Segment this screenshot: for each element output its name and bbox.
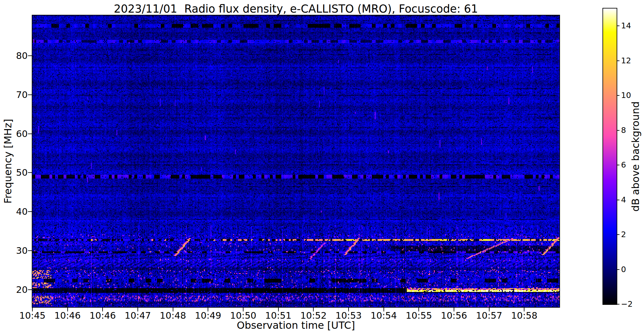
y-tick-mark — [28, 211, 32, 212]
colorbar-tick-mark — [617, 95, 619, 96]
y-axis-label: Frequency [MHz] — [2, 119, 14, 204]
colorbar-tick-label: 14 — [621, 21, 631, 31]
colorbar-tick-label: 12 — [621, 56, 631, 65]
y-tick-mark — [28, 250, 32, 251]
colorbar-tick-label: 10 — [621, 91, 631, 100]
colorbar-tick-mark — [617, 304, 619, 305]
colorbar-tick-mark — [617, 60, 619, 61]
colorbar-tick-mark — [617, 234, 619, 235]
colorbar-tick-label: 2 — [621, 230, 626, 239]
y-tick-mark — [28, 94, 32, 95]
figure: 2023/11/01 Radio flux density, e-CALLIST… — [0, 0, 644, 336]
y-tick-label: 80 — [0, 50, 28, 61]
colorbar-tick-label: −2 — [621, 299, 633, 309]
colorbar-tick-mark — [617, 269, 619, 270]
y-tick-label: 40 — [0, 206, 28, 217]
colorbar-tick-label: 8 — [621, 126, 626, 135]
colorbar-tick-label: 4 — [621, 195, 626, 205]
y-tick-label: 70 — [0, 89, 28, 100]
colorbar-tick-mark — [617, 200, 619, 200]
spectrogram-canvas — [32, 15, 559, 307]
colorbar-label: dB above background — [630, 101, 641, 212]
colorbar-tick-label: 6 — [621, 160, 626, 170]
colorbar-tick-mark — [617, 165, 619, 165]
y-tick-label: 20 — [0, 284, 28, 295]
colorbar-tick-mark — [617, 26, 619, 26]
y-tick-mark — [28, 289, 32, 290]
x-axis-label: Observation time [UTC] — [32, 319, 559, 331]
y-tick-label: 30 — [0, 245, 28, 256]
colorbar-canvas — [603, 9, 617, 304]
chart-title: 2023/11/01 Radio flux density, e-CALLIST… — [32, 3, 559, 15]
y-tick-mark — [28, 55, 32, 56]
y-tick-mark — [28, 134, 32, 134]
colorbar-tick-mark — [617, 130, 619, 131]
y-tick-mark — [28, 172, 32, 173]
colorbar-tick-label: 0 — [621, 265, 626, 274]
